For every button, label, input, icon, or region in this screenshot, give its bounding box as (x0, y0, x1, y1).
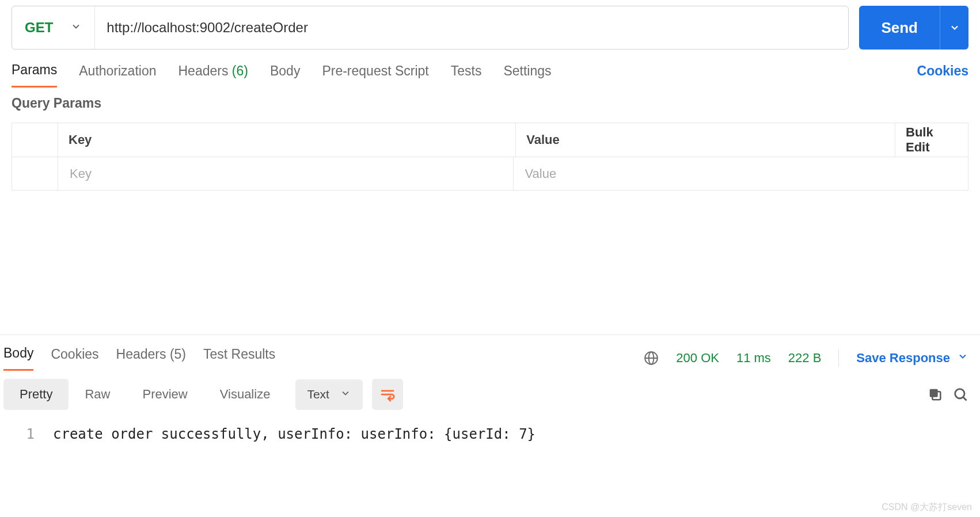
row-drag-handle[interactable] (12, 157, 58, 190)
column-key-header: Key (58, 123, 516, 157)
save-response-label: Save Response (856, 351, 950, 366)
chevron-down-icon (340, 387, 351, 402)
response-tabs: Body Cookies Headers (5) Test Results 20… (0, 335, 980, 371)
response-body-line[interactable]: create order successfully, userInfo: use… (53, 426, 535, 442)
tab-params[interactable]: Params (12, 62, 57, 88)
save-response-button[interactable]: Save Response (856, 351, 968, 366)
send-button[interactable]: Send (859, 6, 940, 50)
copy-icon[interactable] (927, 386, 943, 402)
tab-headers[interactable]: Headers (6) (178, 63, 248, 87)
request-url-input[interactable] (95, 20, 848, 36)
bulk-edit-button[interactable]: Bulk Edit (895, 123, 968, 157)
view-preview[interactable]: Preview (126, 379, 203, 410)
response-format-value: Text (307, 387, 329, 401)
column-handle (12, 123, 58, 157)
tab-settings[interactable]: Settings (503, 63, 551, 87)
view-pretty[interactable]: Pretty (3, 379, 69, 410)
param-value-input[interactable] (524, 166, 958, 182)
resp-tab-headers-count: (5) (170, 347, 186, 362)
resp-tab-body[interactable]: Body (3, 345, 33, 371)
response-body: 1 create order successfully, userInfo: u… (0, 410, 980, 442)
query-params-table: Key Value Bulk Edit (12, 123, 968, 191)
query-params-title: Query Params (0, 88, 980, 111)
tab-pre-request-script[interactable]: Pre-request Script (322, 63, 428, 87)
cookies-link[interactable]: Cookies (917, 63, 968, 87)
tab-body[interactable]: Body (270, 63, 300, 87)
wrap-lines-button[interactable] (372, 379, 403, 410)
http-method-dropdown[interactable]: GET (12, 6, 95, 49)
http-method-value: GET (25, 20, 53, 36)
chevron-down-icon (957, 351, 968, 366)
tab-authorization[interactable]: Authorization (79, 63, 156, 87)
resp-tab-headers-label: Headers (116, 347, 166, 362)
resp-tab-headers[interactable]: Headers (5) (116, 347, 186, 370)
view-visualize[interactable]: Visualize (204, 379, 287, 410)
line-number: 1 (12, 426, 35, 442)
response-view-segmented: Pretty Raw Preview Visualize (3, 379, 286, 410)
table-row (12, 157, 968, 190)
svg-line-7 (963, 397, 967, 401)
response-status-code: 200 OK (676, 351, 719, 366)
response-view-row: Pretty Raw Preview Visualize Text (0, 371, 980, 410)
send-dropdown-button[interactable] (940, 6, 968, 50)
resp-tab-test-results[interactable]: Test Results (203, 347, 275, 370)
separator (838, 349, 839, 367)
search-icon[interactable] (952, 386, 968, 402)
response-size: 222 B (788, 351, 822, 366)
response-time: 11 ms (736, 351, 771, 366)
send-button-group: Send (859, 6, 968, 50)
tab-headers-count: (6) (232, 63, 248, 78)
globe-icon[interactable] (644, 351, 659, 366)
svg-point-6 (955, 389, 964, 398)
svg-rect-5 (930, 389, 938, 397)
param-key-input[interactable] (69, 166, 503, 182)
resp-tab-cookies[interactable]: Cookies (51, 347, 98, 370)
request-url-wrap: GET (12, 6, 849, 50)
request-tabs: Params Authorization Headers (6) Body Pr… (0, 62, 980, 88)
table-header-row: Key Value Bulk Edit (12, 123, 968, 157)
tab-headers-label: Headers (178, 63, 229, 78)
response-format-dropdown[interactable]: Text (295, 379, 363, 410)
view-raw[interactable]: Raw (69, 379, 126, 410)
chevron-down-icon (70, 20, 82, 36)
column-value-header: Value (516, 123, 895, 157)
tab-tests[interactable]: Tests (451, 63, 482, 87)
